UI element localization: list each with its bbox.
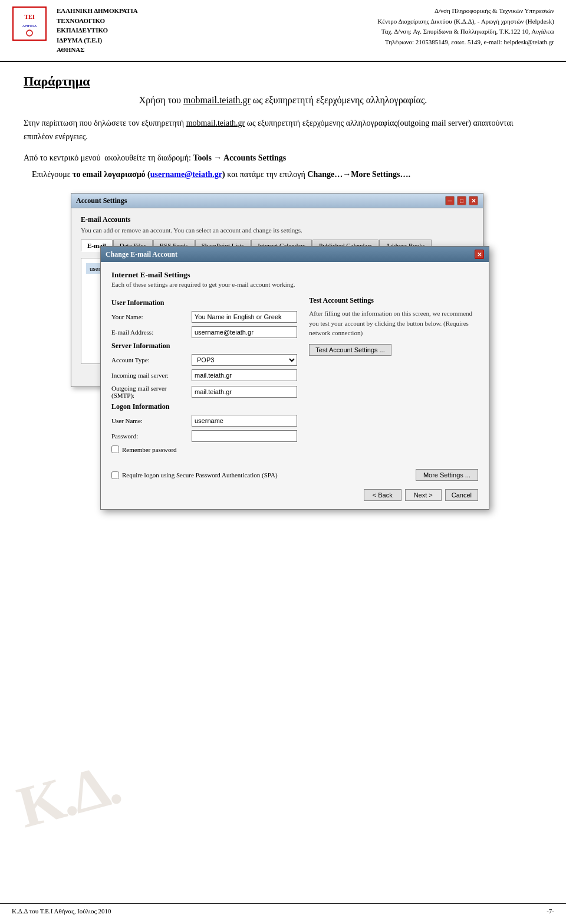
server-info-label: Server Information (111, 342, 297, 350)
paragraph1: Στην περίπτωση που δηλώσετε τον εξυπηρετ… (24, 116, 542, 145)
email-address-input[interactable] (192, 326, 297, 338)
footer-left: Κ.Δ.Δ του Τ.Ε.Ι Αθήνας, Ιούλιος 2010 (12, 907, 111, 915)
password-label: Password: (111, 432, 188, 440)
spa-checkbox[interactable] (111, 471, 119, 479)
dialog-close-btn[interactable]: ✕ (475, 250, 484, 259)
header-right-line3: Ταχ. Δ/νση: Αγ. Σπυρίδωνα & Παλληκαρίδη,… (377, 27, 554, 37)
dialog-right-column: Test Account Settings After filling out … (309, 296, 478, 456)
incoming-server-row: Incoming mail server: (111, 369, 297, 381)
email-accounts-header: E-mail Accounts (81, 215, 473, 224)
window-close-btn[interactable]: ✕ (469, 196, 478, 205)
window-minimize-btn[interactable]: ─ (445, 196, 455, 205)
footer-buttons: More Settings ... (416, 469, 478, 481)
more-settings-btn[interactable]: More Settings ... (416, 469, 478, 481)
password-row: Password: (111, 430, 297, 442)
mobmail-link[interactable]: mobmail.teiath.gr (183, 95, 251, 105)
test-account-title: Test Account Settings (309, 296, 478, 305)
username-input[interactable] (192, 415, 297, 427)
logon-info-label: Logon Information (111, 402, 297, 411)
remember-password-row: Remember password (111, 445, 297, 453)
instruction-block: Από το κεντρικό μενού ακολουθείτε τη δια… (24, 150, 542, 182)
header-institution-info: ΕΛΛΗΝΙΚΗ ΔΗΜΟΚΡΑΤΙΑ ΤΕΧΝΟΛΟΓΙΚΟ ΕΚΠΑΙΔΕΥ… (57, 6, 368, 55)
spa-label: Require logon using Secure Password Auth… (122, 471, 278, 479)
svg-point-3 (27, 30, 32, 36)
incoming-server-label: Incoming mail server: (111, 372, 188, 379)
outgoing-server-input[interactable] (192, 386, 297, 398)
your-name-input[interactable] (192, 311, 297, 323)
footer-right: -7- (547, 907, 554, 915)
watermark: Κ.Δ. (11, 750, 125, 841)
header-right-line1: Δ/νση Πληροφορικής & Τεχνικών Υπηρεσιών (377, 6, 554, 17)
dialog-left-column: User Information Your Name: E-mail Addre… (111, 296, 297, 456)
account-settings-titlebar: Account Settings ─ □ ✕ (71, 194, 483, 208)
dialog-footer: Require logon using Secure Password Auth… (101, 464, 489, 489)
username-label: User Name: (111, 417, 188, 424)
dialog-section-title: Internet E-mail Settings (111, 270, 478, 280)
dialog-titlebar: Change E-mail Account ✕ (101, 247, 489, 262)
dialog-body: Internet E-mail Settings Each of these s… (101, 262, 489, 464)
institution-logo: ΤΕΙ ΑΘΗΝΑ (12, 6, 47, 41)
screenshot-wrapper: Account Settings ─ □ ✕ E-mail Accounts Y… (71, 193, 495, 387)
instruction2: Επιλέγουμε το email λογαριασμό (username… (24, 166, 542, 183)
remember-password-label: Remember password (122, 446, 177, 453)
next-btn[interactable]: Next > (405, 489, 442, 501)
dialog-columns: User Information Your Name: E-mail Addre… (111, 296, 478, 456)
svg-text:ΑΘΗΝΑ: ΑΘΗΝΑ (22, 24, 37, 28)
back-btn[interactable]: < Back (364, 489, 402, 501)
username-row: User Name: (111, 415, 297, 427)
dialog-title: Change E-mail Account (106, 250, 177, 259)
outgoing-server-row: Outgoing mail server (SMTP): (111, 385, 297, 399)
your-name-row: Your Name: (111, 311, 297, 323)
account-settings-title: Account Settings (76, 196, 127, 205)
header-line5: ΑΘΗΝΑΣ (57, 45, 368, 55)
change-email-dialog: Change E-mail Account ✕ Internet E-mail … (100, 246, 489, 510)
page-subtitle: Χρήση του mobmail.teiath.gr ως εξυπηρετη… (24, 95, 542, 106)
test-account-settings-btn[interactable]: Test Account Settings ... (309, 344, 391, 356)
instruction1: Από το κεντρικό μενού ακολουθείτε τη δια… (24, 150, 542, 166)
header-contact-info: Δ/νση Πληροφορικής & Τεχνικών Υπηρεσιών … (377, 6, 554, 47)
remember-password-checkbox[interactable] (111, 445, 119, 453)
header-right-line2: Κέντρο Διαχείρισης Δικτύου (Κ.Δ.Δ), - Αρ… (377, 17, 554, 27)
page-header: ΤΕΙ ΑΘΗΝΑ ΕΛΛΗΝΙΚΗ ΔΗΜΟΚΡΑΤΙΑ ΤΕΧΝΟΛΟΓΙΚ… (0, 0, 566, 62)
test-account-text: After filling out the information on thi… (309, 309, 478, 338)
email-accounts-desc: You can add or remove an account. You ca… (81, 227, 473, 234)
password-input[interactable] (192, 430, 297, 442)
section-title: Παράρτημα (24, 74, 542, 89)
email-address-label: E-mail Address: (111, 329, 188, 336)
mobmail-link2[interactable]: mobmail.teiath.gr (186, 119, 245, 127)
dialog-section-subtitle: Each of these settings are required to g… (111, 281, 478, 288)
email-address-row: E-mail Address: (111, 326, 297, 338)
spa-row: Require logon using Secure Password Auth… (111, 471, 278, 479)
header-right-line4: Τηλέφωνο: 2105385149, εσωτ. 5149, e-mail… (377, 37, 554, 48)
page-footer: Κ.Δ.Δ του Τ.Ε.Ι Αθήνας, Ιούλιος 2010 -7- (0, 903, 566, 918)
svg-text:ΤΕΙ: ΤΕΙ (24, 14, 34, 20)
header-line2: ΤΕΧΝΟΛΟΓΙΚΟ (57, 16, 368, 26)
account-type-label: Account Type: (111, 356, 188, 363)
incoming-server-input[interactable] (192, 369, 297, 381)
your-name-label: Your Name: (111, 313, 188, 320)
page-content: Παράρτημα Χρήση του mobmail.teiath.gr ως… (0, 62, 566, 410)
header-line1: ΕΛΛΗΝΙΚΗ ΔΗΜΟΚΡΑΤΙΑ (57, 6, 368, 16)
account-type-select[interactable]: POP3 IMAP (192, 354, 297, 366)
outgoing-server-label: Outgoing mail server (SMTP): (111, 385, 188, 399)
email-link[interactable]: username@teiath.gr (150, 170, 222, 179)
cancel-btn[interactable]: Cancel (445, 489, 478, 501)
header-line4: ΙΔΡΥΜΑ (Τ.Ε.Ι) (57, 35, 368, 45)
user-info-label: User Information (111, 299, 297, 307)
header-line3: ΕΚΠΑΙΔΕΥΤΙΚΟ (57, 25, 368, 35)
window-maximize-btn[interactable]: □ (457, 196, 466, 205)
account-type-row: Account Type: POP3 IMAP (111, 354, 297, 366)
